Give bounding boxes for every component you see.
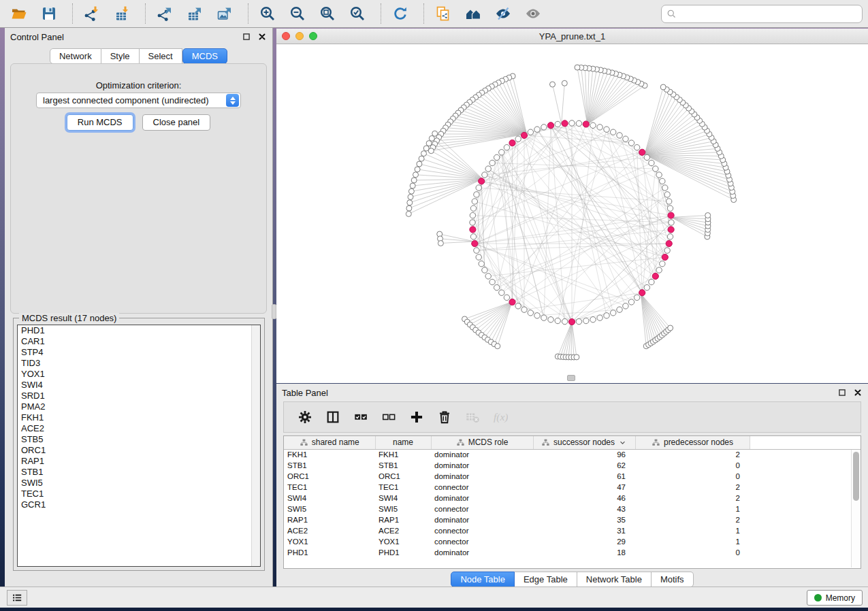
network-graph[interactable] xyxy=(276,44,868,383)
float-window-icon[interactable] xyxy=(837,388,847,397)
cell[interactable]: 0 xyxy=(635,471,750,482)
float-window-icon[interactable] xyxy=(242,32,251,42)
cell[interactable]: FKH1 xyxy=(375,449,431,460)
cell[interactable]: 1 xyxy=(635,536,750,547)
mcds-result-item[interactable]: YOX1 xyxy=(18,369,260,380)
mcds-list-scrollbar[interactable] xyxy=(251,325,260,566)
mcds-result-item[interactable]: SWI5 xyxy=(18,478,260,489)
cell[interactable]: dominator xyxy=(431,471,533,482)
cell[interactable]: dominator xyxy=(431,514,533,525)
show-eye-icon[interactable] xyxy=(524,4,543,23)
cell[interactable]: PHD1 xyxy=(375,547,431,558)
cell[interactable]: SWI4 xyxy=(375,493,431,503)
cell[interactable]: 47 xyxy=(533,482,635,493)
cell[interactable]: 31 xyxy=(533,525,635,536)
table-row[interactable]: RAP1RAP1dominator352 xyxy=(284,514,861,525)
mcds-result-item[interactable]: RAP1 xyxy=(18,456,260,467)
save-icon[interactable] xyxy=(39,4,59,23)
deselect-all-icon[interactable] xyxy=(380,408,398,426)
cell[interactable]: STB1 xyxy=(375,460,431,471)
panel-divider-handle[interactable] xyxy=(272,304,276,319)
close-icon[interactable] xyxy=(257,32,267,42)
cell[interactable]: YOX1 xyxy=(375,536,431,547)
cell[interactable]: TEC1 xyxy=(375,482,431,493)
cell[interactable]: ACE2 xyxy=(375,525,431,536)
import-table-icon[interactable] xyxy=(112,4,131,23)
mcds-result-item[interactable]: TID3 xyxy=(18,358,260,369)
cell[interactable]: 2 xyxy=(635,514,750,525)
sort-menu-icon[interactable] xyxy=(618,438,627,447)
cell[interactable]: ORC1 xyxy=(284,471,375,482)
column-header-shared-name[interactable]: shared name xyxy=(284,436,375,449)
cell[interactable]: ACE2 xyxy=(284,525,375,536)
cell[interactable]: PHD1 xyxy=(284,547,375,558)
mcds-result-item[interactable]: STB5 xyxy=(18,434,260,445)
cell[interactable]: 1 xyxy=(635,525,750,536)
table-scrollbar[interactable] xyxy=(851,450,860,567)
cell[interactable]: 35 xyxy=(533,514,635,525)
cell[interactable]: SWI4 xyxy=(284,493,375,503)
table-row[interactable]: SWI5SWI5connector431 xyxy=(284,503,861,514)
cell[interactable]: RAP1 xyxy=(284,514,375,525)
tab-node-table[interactable]: Node Table xyxy=(451,572,515,587)
cell[interactable]: dominator xyxy=(431,493,533,503)
cell[interactable]: dominator xyxy=(431,547,533,558)
cell[interactable]: 2 xyxy=(635,493,750,503)
search-input[interactable] xyxy=(679,7,862,21)
gear-icon[interactable] xyxy=(296,408,314,426)
table-scrollbar-thumb[interactable] xyxy=(853,452,859,501)
cell[interactable]: 1 xyxy=(635,503,750,514)
optimization-criterion-select[interactable]: largest connected component (undirected) xyxy=(36,93,241,108)
column-header-predecessor-nodes[interactable]: predecessor nodes xyxy=(635,436,750,449)
mcds-result-item[interactable]: TEC1 xyxy=(18,489,260,499)
columns-icon[interactable] xyxy=(324,408,342,426)
table-row[interactable]: ACE2ACE2connector311 xyxy=(284,525,861,536)
cell[interactable]: TEC1 xyxy=(284,482,375,493)
cell[interactable]: YOX1 xyxy=(284,536,375,547)
mcds-result-item[interactable]: PMA2 xyxy=(18,401,260,412)
export-network-icon[interactable] xyxy=(155,4,174,23)
cell[interactable]: 43 xyxy=(533,503,635,514)
table-row[interactable]: YOX1YOX1connector291 xyxy=(284,536,861,547)
select-all-icon[interactable] xyxy=(352,408,370,426)
column-header-MCDS-role[interactable]: MCDS role xyxy=(431,436,533,449)
table-row[interactable]: STB1STB1dominator620 xyxy=(284,460,861,471)
table-row[interactable]: TEC1TEC1connector472 xyxy=(284,482,861,493)
cell[interactable]: connector xyxy=(431,482,533,493)
zoom-selected-icon[interactable] xyxy=(348,4,367,23)
mcds-result-item[interactable]: CAR1 xyxy=(18,336,260,347)
cell[interactable]: dominator xyxy=(431,460,533,471)
cell[interactable]: 61 xyxy=(533,471,635,482)
tab-motifs[interactable]: Motifs xyxy=(652,572,694,587)
table-row[interactable]: SWI4SWI4dominator462 xyxy=(284,493,861,503)
zoom-fit-icon[interactable] xyxy=(318,4,337,23)
cell[interactable]: STB1 xyxy=(284,460,375,471)
cell[interactable]: 18 xyxy=(533,547,635,558)
cell[interactable]: 0 xyxy=(635,547,750,558)
clone-network-icon[interactable] xyxy=(434,4,453,23)
close-panel-button[interactable]: Close panel xyxy=(142,114,211,131)
hide-eye-icon[interactable] xyxy=(494,4,513,23)
cell[interactable]: 96 xyxy=(533,449,635,460)
refresh-icon[interactable] xyxy=(391,4,410,23)
cell[interactable]: SWI5 xyxy=(375,503,431,514)
add-icon[interactable] xyxy=(408,408,425,426)
cell[interactable]: dominator xyxy=(431,449,533,460)
cell[interactable]: 46 xyxy=(533,493,635,503)
mcds-result-item[interactable]: GCR1 xyxy=(18,499,260,510)
trash-icon[interactable] xyxy=(436,408,453,426)
cell[interactable]: FKH1 xyxy=(284,449,375,460)
cell[interactable]: RAP1 xyxy=(375,514,431,525)
column-header-name[interactable]: name xyxy=(375,436,431,449)
mcds-result-item[interactable]: STP4 xyxy=(18,347,260,358)
tab-network[interactable]: Network xyxy=(50,48,101,64)
open-folder-icon[interactable] xyxy=(10,4,29,23)
cell[interactable]: 2 xyxy=(635,449,750,460)
task-history-button[interactable] xyxy=(7,590,27,606)
network-scroll-handle[interactable] xyxy=(567,375,575,381)
mcds-result-item[interactable]: SRD1 xyxy=(18,391,260,401)
mcds-result-item[interactable]: ORC1 xyxy=(18,445,260,456)
mcds-result-item[interactable]: ACE2 xyxy=(18,423,260,434)
import-network-icon[interactable] xyxy=(82,4,101,23)
cell[interactable]: 62 xyxy=(533,460,635,471)
